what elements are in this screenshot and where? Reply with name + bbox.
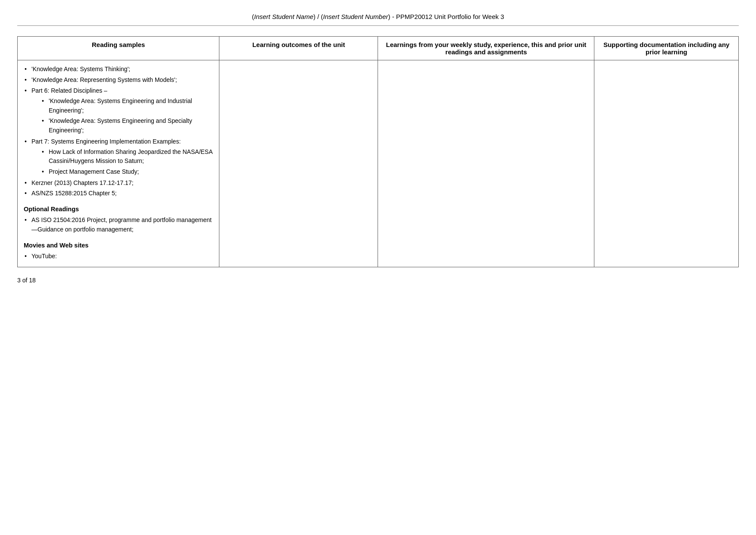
- col-learnings-weekly: Learnings from your weekly study, experi…: [378, 37, 594, 60]
- list-item: Part 6: Related Disciplines – 'Knowledge…: [24, 86, 213, 135]
- list-item: YouTube:: [24, 252, 213, 261]
- movies-list: YouTube:: [24, 252, 213, 261]
- list-item: 'Knowledge Area: Systems Engineering and…: [41, 97, 213, 115]
- group3-list: Part 7: Systems Engineering Implementati…: [24, 137, 213, 177]
- page-footer: 3 of 18: [17, 277, 739, 284]
- col-reading-samples: Reading samples: [18, 37, 219, 60]
- group4-list: Kerzner (2013) Chapters 17.12-17.17; AS/…: [24, 178, 213, 198]
- optional-readings-title: Optional Readings: [24, 204, 213, 214]
- movies-title: Movies and Web sites: [24, 241, 213, 250]
- list-item: How Lack of Information Sharing Jeopardi…: [41, 147, 213, 166]
- reading-samples-content: 'Knowledge Area: Systems Thinking'; 'Kno…: [24, 65, 213, 261]
- list-item: AS ISO 21504:2016 Project, programme and…: [24, 216, 213, 234]
- table-row: 'Knowledge Area: Systems Thinking'; 'Kno…: [18, 60, 739, 267]
- reading-samples-cell: 'Knowledge Area: Systems Thinking'; 'Kno…: [18, 60, 219, 267]
- student-name-placeholder: Insert Student Name: [254, 13, 313, 20]
- list-item: 'Knowledge Area: Representing Systems wi…: [24, 75, 213, 85]
- learnings-weekly-cell: [378, 60, 594, 267]
- group3-nested-list: How Lack of Information Sharing Jeopardi…: [31, 147, 213, 177]
- table-header-row: Reading samples Learning outcomes of the…: [18, 37, 739, 60]
- supporting-docs-cell: [594, 60, 739, 267]
- main-table: Reading samples Learning outcomes of the…: [17, 36, 739, 267]
- list-item: 'Knowledge Area: Systems Engineering and…: [41, 116, 213, 135]
- unit-title: PPMP20012 Unit Portfolio for Week 3: [396, 13, 504, 20]
- group2-nested-list: 'Knowledge Area: Systems Engineering and…: [31, 97, 213, 135]
- list-item: Kerzner (2013) Chapters 17.12-17.17;: [24, 178, 213, 188]
- list-item: 'Knowledge Area: Systems Thinking';: [24, 65, 213, 74]
- col-supporting-docs: Supporting documentation including any p…: [594, 37, 739, 60]
- group1-list: 'Knowledge Area: Systems Thinking'; 'Kno…: [24, 65, 213, 84]
- page-header: (Insert Student Name) / (Insert Student …: [17, 9, 739, 26]
- student-number-placeholder: Insert Student Number: [323, 13, 388, 20]
- col-learning-outcomes: Learning outcomes of the unit: [219, 37, 378, 60]
- page-number: 3 of 18: [17, 277, 36, 284]
- group2-list: Part 6: Related Disciplines – 'Knowledge…: [24, 86, 213, 135]
- list-item: Part 7: Systems Engineering Implementati…: [24, 137, 213, 177]
- optional-readings-list: AS ISO 21504:2016 Project, programme and…: [24, 216, 213, 234]
- list-item: AS/NZS 15288:2015 Chapter 5;: [24, 189, 213, 198]
- learning-outcomes-cell: [219, 60, 378, 267]
- list-item: Project Management Case Study;: [41, 167, 213, 177]
